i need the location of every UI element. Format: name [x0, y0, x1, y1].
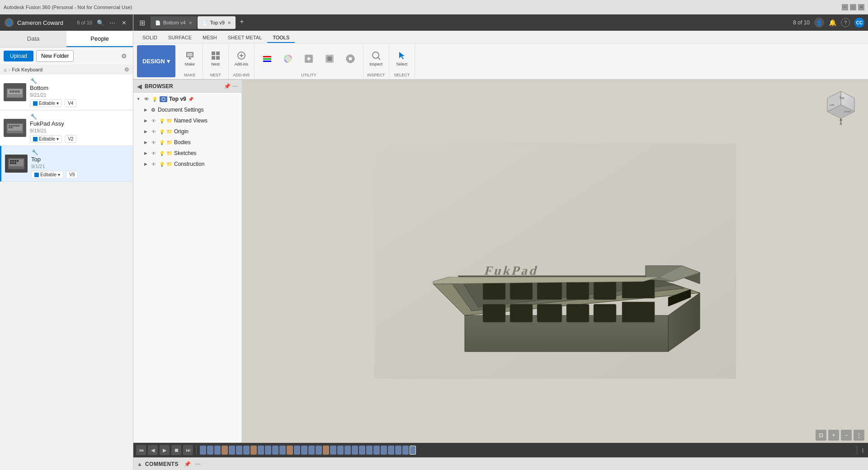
sketches-light-icon[interactable]: 💡: [159, 150, 165, 156]
construction-light-icon[interactable]: 💡: [159, 161, 165, 167]
timeline-item[interactable]: [388, 446, 394, 455]
construction-visible-icon[interactable]: 👁: [151, 161, 157, 167]
design-dropdown-btn[interactable]: DESIGN ▾: [137, 45, 175, 77]
timeline-item[interactable]: [316, 446, 322, 455]
timeline-item[interactable]: [359, 446, 365, 455]
root-pin-icon[interactable]: 📌: [188, 97, 193, 102]
utility-btn-1[interactable]: [257, 47, 277, 70]
panel-settings-icon[interactable]: ⚙: [118, 51, 129, 61]
close-btn[interactable]: ✕: [858, 4, 864, 10]
maximize-btn[interactable]: □: [850, 4, 856, 10]
named-views-light-icon[interactable]: 💡: [159, 118, 165, 124]
named-views-visible-icon[interactable]: 👁: [151, 118, 157, 124]
timeline-item[interactable]: [330, 446, 336, 455]
more-options-icon[interactable]: ⋯: [108, 18, 117, 27]
timeline-item[interactable]: [294, 446, 300, 455]
timeline-item[interactable]: [287, 446, 293, 455]
timeline-item[interactable]: [301, 446, 307, 455]
comments-more-icon[interactable]: ⋯: [195, 461, 201, 467]
make-btn[interactable]: Make: [180, 47, 200, 70]
root-expander[interactable]: ▼: [135, 96, 142, 102]
timeline-item[interactable]: [352, 446, 358, 455]
tree-sketches[interactable]: ▶ 👁 💡 📁 Sketches: [133, 148, 241, 159]
file-item-fukpad[interactable]: 🔧 FukPad Assy 9/19/21 Editable ▾ V2: [0, 110, 133, 146]
utility-btn-5[interactable]: [340, 47, 360, 70]
editable-badge-bottom[interactable]: Editable ▾: [30, 99, 62, 107]
timeline-item[interactable]: [373, 446, 380, 455]
utility-btn-2[interactable]: [278, 47, 298, 70]
ribbon-tab-mesh[interactable]: MESH: [197, 33, 222, 43]
comments-collapse-icon[interactable]: ▲: [137, 461, 142, 467]
browser-pin-icon[interactable]: 📌: [224, 83, 231, 89]
version-badge-top[interactable]: V9: [66, 171, 78, 179]
timeline-end-btn[interactable]: ⏭: [183, 445, 193, 455]
doc-tab-top[interactable]: 📄 Top v9 ✕: [198, 16, 236, 29]
close-bottom-tab-icon[interactable]: ✕: [189, 20, 192, 25]
timeline-item[interactable]: [344, 446, 351, 455]
help-icon[interactable]: ?: [841, 18, 850, 27]
view-options-btn[interactable]: ⋮: [854, 430, 864, 441]
tab-people[interactable]: People: [66, 31, 133, 47]
doc-settings-expander[interactable]: ▶: [142, 107, 149, 113]
utility-btn-3[interactable]: [299, 47, 319, 70]
sketches-visible-icon[interactable]: 👁: [151, 150, 157, 156]
version-badge-fukpad[interactable]: V2: [65, 135, 76, 143]
utility-btn-4[interactable]: [320, 47, 340, 70]
timeline-item[interactable]: [214, 446, 221, 455]
tree-named-views[interactable]: ▶ 👁 💡 📁 Named Views: [133, 115, 241, 126]
ribbon-tab-surface[interactable]: SURFACE: [163, 33, 197, 43]
doc-tab-bottom[interactable]: 📄 Bottom v4 ✕: [151, 16, 197, 29]
timeline-item[interactable]: [272, 446, 278, 455]
breadcrumb-settings-icon[interactable]: ⚙: [124, 66, 129, 73]
nest-btn[interactable]: Nest: [206, 47, 226, 70]
tree-root[interactable]: ▼ 👁 💡 ⬡ Top v9 📌: [133, 94, 241, 104]
window-controls[interactable]: ─ □ ✕: [842, 4, 864, 10]
search-icon[interactable]: 🔍: [96, 18, 105, 27]
timeline-item[interactable]: [258, 446, 264, 455]
timeline-item[interactable]: [222, 446, 228, 455]
timeline-item[interactable]: [243, 446, 250, 455]
timeline-item[interactable]: [229, 446, 235, 455]
user-avatar-top[interactable]: 👤: [814, 18, 824, 28]
root-light-icon[interactable]: 💡: [151, 96, 158, 102]
bodies-light-icon[interactable]: 💡: [159, 139, 165, 146]
zoom-out-btn[interactable]: −: [841, 430, 852, 441]
timeline-play-btn[interactable]: ▶: [160, 445, 170, 455]
tab-data[interactable]: Data: [0, 31, 66, 47]
inspect-btn[interactable]: Inspect: [366, 47, 386, 70]
comments-pin-icon[interactable]: 📌: [184, 461, 191, 467]
notifications-icon[interactable]: 🔔: [829, 19, 836, 26]
origin-light-icon[interactable]: 💡: [159, 128, 165, 135]
zoom-fit-btn[interactable]: ⊡: [816, 430, 826, 441]
editable-badge-top[interactable]: Editable ▾: [31, 171, 63, 179]
new-tab-btn[interactable]: +: [236, 16, 247, 27]
viewport[interactable]: FukPad: [242, 80, 868, 442]
timeline-item[interactable]: [207, 446, 213, 455]
tree-origin[interactable]: ▶ 👁 💡 📁 Origin: [133, 126, 241, 137]
close-top-tab-icon[interactable]: ✕: [227, 20, 231, 25]
timeline-item[interactable]: [402, 446, 409, 455]
bodies-visible-icon[interactable]: 👁: [151, 139, 157, 146]
construction-expander[interactable]: ▶: [142, 161, 149, 167]
timeline-item[interactable]: [308, 446, 315, 455]
grid-menu-icon[interactable]: ⊞: [137, 18, 147, 28]
root-visible-icon[interactable]: 👁: [143, 96, 150, 102]
timeline-stop-btn[interactable]: ⏹: [171, 445, 181, 455]
avatar-initials[interactable]: CC: [854, 18, 864, 28]
timeline-item[interactable]: [395, 446, 401, 455]
breadcrumb-project[interactable]: Fck Keyboard: [12, 67, 42, 72]
ribbon-tab-sheet-metal[interactable]: SHEET METAL: [222, 33, 267, 43]
origin-visible-icon[interactable]: 👁: [151, 128, 157, 135]
tree-construction[interactable]: ▶ 👁 💡 📁 Construction: [133, 159, 241, 169]
zoom-in-btn[interactable]: +: [828, 430, 839, 441]
browser-collapse-icon[interactable]: ◀: [137, 83, 142, 90]
upload-button[interactable]: Upload: [4, 51, 33, 61]
timeline-item[interactable]: [250, 446, 257, 455]
addins-btn[interactable]: Add-ins: [231, 47, 251, 70]
tree-document-settings[interactable]: ▶ ⚙ Document Settings: [133, 104, 241, 115]
named-views-expander[interactable]: ▶: [142, 118, 149, 124]
minimize-btn[interactable]: ─: [842, 4, 848, 10]
timeline-item-current[interactable]: [410, 446, 416, 455]
timeline-item[interactable]: [200, 446, 206, 455]
ribbon-tab-tools[interactable]: TOOLS: [267, 33, 295, 43]
